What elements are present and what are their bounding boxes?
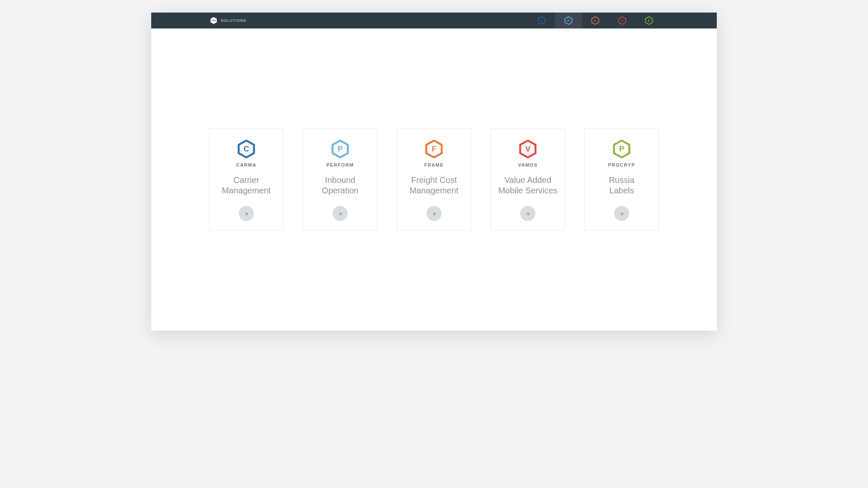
nav-item-3[interactable]: V: [609, 13, 636, 28]
nav-hex-icon-3: V: [618, 16, 626, 25]
brand-hex-letter: VCE: [212, 19, 216, 22]
nav-hex-icon-1: P: [564, 16, 573, 25]
card-title-line2: Mobile Services: [498, 185, 557, 196]
nav-hex-icon-0-letter: C: [541, 19, 543, 22]
cards-row: CCARMACarrierManagement»PPERFORMInboundO…: [209, 128, 659, 231]
nav-hex-icon-2: F: [591, 16, 599, 25]
double-chevron-right-icon: »: [620, 211, 623, 216]
card-carma: CCARMACarrierManagement»: [209, 128, 284, 231]
card-title-line1: Value Added: [498, 175, 557, 185]
nav-item-4[interactable]: P: [636, 13, 662, 28]
card-hex-icon-procryp: P: [612, 140, 631, 158]
card-hex-icon-procryp-letter: P: [619, 144, 624, 153]
card-perform: PPERFORMInboundOperation»: [303, 128, 377, 231]
nav: CPFVP: [528, 13, 662, 28]
card-frame: FFRAMEFreight CostManagement»: [397, 128, 471, 231]
card-procryp: PPROCRYPRussiaLabels»: [584, 128, 659, 231]
nav-item-0[interactable]: C: [528, 13, 555, 28]
card-title: Freight CostManagement: [410, 175, 459, 206]
nav-hex-icon-4-letter: P: [648, 19, 650, 22]
nav-hex-icon-2-letter: F: [594, 19, 596, 22]
brand[interactable]: VCE SOLUTIONS: [210, 17, 246, 24]
double-chevron-right-icon: »: [527, 211, 529, 216]
double-chevron-right-icon: »: [433, 211, 435, 216]
card-title: CarrierManagement: [222, 175, 271, 206]
card-title-line1: Inbound: [322, 175, 359, 185]
card-open-button[interactable]: »: [239, 206, 254, 221]
card-code: CARMA: [236, 162, 256, 167]
card-open-button[interactable]: »: [614, 206, 629, 221]
card-code: PROCRYP: [608, 162, 636, 167]
card-hex-icon-perform-letter: P: [338, 144, 343, 153]
card-hex-icon-perform: P: [331, 140, 349, 158]
card-title: Value AddedMobile Services: [498, 175, 557, 206]
nav-hex-icon-1-letter: P: [568, 19, 570, 22]
nav-hex-icon-4: P: [645, 16, 653, 25]
brand-name: SOLUTIONS: [221, 18, 246, 23]
double-chevron-right-icon: »: [339, 211, 341, 216]
card-title: InboundOperation: [322, 175, 359, 206]
card-title-line2: Labels: [609, 185, 634, 196]
nav-item-1[interactable]: P: [555, 13, 582, 28]
card-vamos: VVAMOSValue AddedMobile Services»: [491, 128, 565, 231]
card-hex-icon-carma: C: [237, 140, 256, 158]
card-title: RussiaLabels: [609, 175, 634, 206]
card-title-line1: Freight Cost: [410, 175, 459, 185]
card-hex-icon-frame: F: [425, 140, 443, 158]
card-open-button[interactable]: »: [333, 206, 348, 221]
nav-item-2[interactable]: F: [582, 13, 609, 28]
card-hex-icon-vamos: V: [519, 140, 537, 158]
card-code: FRAME: [424, 162, 444, 167]
nav-hex-icon-3-letter: V: [621, 19, 623, 22]
card-title-line1: Russia: [609, 175, 634, 185]
card-title-line1: Carrier: [222, 175, 271, 185]
card-open-button[interactable]: »: [426, 206, 442, 221]
card-hex-icon-vamos-letter: V: [525, 144, 531, 153]
double-chevron-right-icon: »: [245, 211, 248, 216]
card-code: VAMOS: [518, 162, 537, 167]
card-code: PERFORM: [326, 162, 354, 167]
card-title-line2: Management: [410, 185, 459, 196]
app-window: VCE SOLUTIONS CPFVP CCARMACarrierManagem…: [151, 13, 717, 331]
brand-hex-icon: VCE: [210, 17, 217, 24]
card-hex-icon-frame-letter: F: [431, 144, 436, 153]
card-hex-icon-carma-letter: C: [243, 144, 249, 153]
card-title-line2: Operation: [322, 185, 359, 196]
card-open-button[interactable]: »: [520, 206, 535, 221]
content-area: CCARMACarrierManagement»PPERFORMInboundO…: [151, 28, 717, 331]
nav-hex-icon-0: C: [537, 16, 546, 25]
card-title-line2: Management: [222, 185, 271, 196]
header-bar: VCE SOLUTIONS CPFVP: [151, 13, 717, 28]
